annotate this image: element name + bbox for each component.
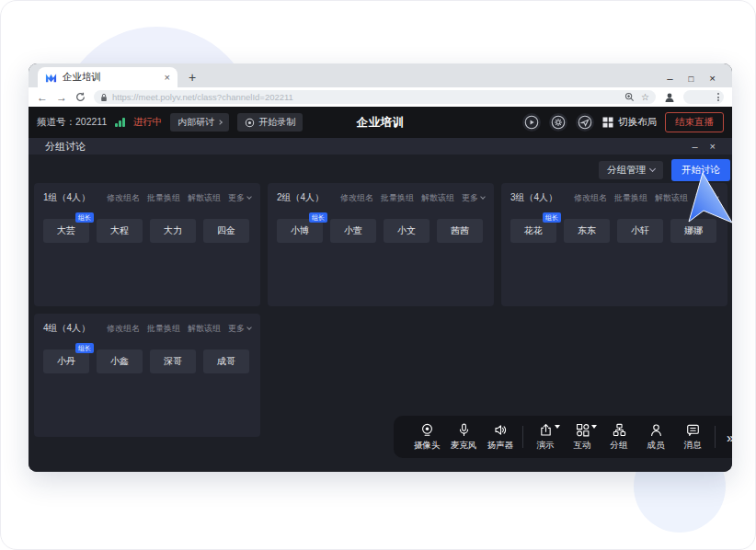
group-action-2[interactable]: 批量换组 (147, 323, 180, 335)
new-tab-button[interactable]: + (189, 70, 196, 87)
toolbar-item-分组[interactable]: 分组 (601, 422, 637, 452)
group-action-1[interactable]: 修改组名 (107, 192, 140, 204)
member-chip[interactable]: 小鑫 (97, 349, 143, 373)
member-chip[interactable]: 四金 (203, 219, 249, 243)
app-title: 企业培训 (357, 115, 405, 131)
group-action-4[interactable]: 更多 (462, 192, 485, 204)
member-chip[interactable]: 大芸组长 (43, 219, 89, 243)
dropdown-caret-icon (555, 425, 560, 429)
group-action-3[interactable]: 解散该组 (188, 192, 221, 204)
toolbar-item-互动[interactable]: 互动 (564, 422, 601, 452)
end-live-button[interactable]: 结束直播 (665, 112, 724, 132)
panel-close-button[interactable]: × (710, 142, 716, 152)
browser-menu-button[interactable] (683, 90, 724, 104)
member-name: 小轩 (631, 224, 649, 237)
group-action-2[interactable]: 批量换组 (614, 192, 647, 204)
toolbar-item-label: 成员 (647, 440, 665, 452)
group-members: 大芸组长大程大力四金 (34, 219, 260, 243)
toolbar-item-麦克风[interactable]: 麦克风 (445, 422, 482, 452)
expand-toolbar-button[interactable]: » (727, 430, 732, 445)
tab-title: 企业培训 (63, 71, 159, 84)
window-close-button[interactable]: × (709, 74, 716, 85)
browser-tab[interactable]: 企业培训 × (38, 67, 178, 87)
window-controls: – □ × (667, 74, 723, 88)
member-name: 小丹 (57, 355, 75, 368)
playback-button[interactable] (522, 113, 541, 132)
leader-badge: 组长 (543, 212, 561, 223)
zoom-icon[interactable] (624, 92, 635, 102)
member-name: 小鑫 (110, 355, 129, 368)
member-chip[interactable]: 成哥 (203, 349, 249, 373)
group-action-3[interactable]: 解散该组 (421, 192, 454, 204)
member-chip[interactable]: 小博组长 (277, 219, 323, 243)
toolbar-item-摄像头[interactable]: 摄像头 (408, 422, 445, 452)
forward-icon[interactable]: → (56, 92, 67, 103)
member-chip[interactable]: 深哥 (150, 349, 196, 373)
window-maximize-button[interactable]: □ (689, 74, 694, 84)
chevron-down-icon (480, 194, 486, 200)
toolbar-item-label: 互动 (574, 440, 591, 452)
group-action-2[interactable]: 批量换组 (147, 192, 180, 204)
panel-minimize-button[interactable]: – (692, 142, 697, 152)
toolbar-item-成员[interactable]: 成员 (637, 422, 674, 452)
group-actions: 修改组名批量换组解散该组更多 (107, 323, 251, 335)
group-action-4[interactable]: 更多 (228, 323, 251, 335)
member-chip[interactable]: 小萱 (330, 219, 376, 243)
member-name: 小萱 (344, 224, 362, 237)
settings-gear-icon[interactable] (549, 113, 567, 132)
address-input[interactable]: https://meet.polyv.net/class?channelId=2… (94, 90, 656, 104)
toolbar-item-消息[interactable]: 消息 (674, 422, 711, 452)
breakout-icon (612, 422, 627, 438)
member-chip[interactable]: 小轩 (617, 219, 663, 243)
layout-grid-icon (602, 117, 613, 128)
group-manage-button[interactable]: 分组管理 (599, 161, 663, 179)
bottom-toolbar: 摄像头麦克风扬声器演示互动分组成员消息 » (394, 416, 732, 458)
bookmark-star-icon[interactable]: ☆ (641, 93, 649, 102)
group-name: 4组（4人） (43, 322, 90, 335)
app-topbar: 频道号：202211 进行中 内部研讨 开始录制 企业培训 (29, 107, 732, 138)
switch-layout-button[interactable]: 切换布局 (602, 116, 657, 129)
toolbar-item-label: 摄像头 (414, 440, 441, 452)
group-action-2[interactable]: 批量换组 (381, 192, 414, 204)
group-name: 3组（4人） (510, 191, 557, 204)
member-name: 成哥 (217, 355, 235, 368)
profile-avatar-icon[interactable] (664, 92, 675, 103)
page-canvas: 企业培训 × + – □ × ← → (0, 0, 756, 550)
group-name: 2组（4人） (277, 191, 324, 204)
group-action-3[interactable]: 解散该组 (188, 323, 221, 335)
member-chip[interactable]: 大力 (150, 219, 196, 243)
member-name: 深哥 (164, 355, 182, 368)
members-icon (648, 422, 664, 438)
window-minimize-button[interactable]: – (667, 74, 672, 85)
group-action-1[interactable]: 修改组名 (107, 323, 140, 335)
reload-icon[interactable] (75, 92, 86, 102)
member-chip[interactable]: 花花组长 (510, 219, 556, 243)
member-chip[interactable]: 小丹组长 (43, 349, 89, 373)
url-text: https://meet.polyv.net/class?channelId=2… (112, 92, 620, 102)
mode-button[interactable]: 内部研讨 (170, 113, 229, 132)
panel-title: 分组讨论 (45, 140, 86, 154)
toolbar-item-扬声器[interactable]: 扬声器 (482, 422, 519, 452)
group-action-4[interactable]: 更多 (228, 192, 251, 204)
group-name: 1组（4人） (43, 191, 90, 204)
back-icon[interactable]: ← (37, 92, 48, 103)
leader-badge: 组长 (75, 212, 94, 223)
tab-close-icon[interactable]: × (165, 72, 170, 83)
toolbar-item-演示[interactable]: 演示 (527, 422, 564, 452)
group-action-1[interactable]: 修改组名 (574, 192, 607, 204)
member-chip[interactable]: 东东 (564, 219, 610, 243)
member-chip[interactable]: 大程 (97, 219, 143, 243)
browser-tabstrip: 企业培训 × + – □ × (29, 63, 732, 87)
record-button[interactable]: 开始录制 (237, 113, 303, 132)
share-plane-icon[interactable] (576, 113, 594, 132)
group-action-3[interactable]: 解散该组 (655, 192, 688, 204)
group-actions: 修改组名批量换组解散该组更多 (107, 192, 251, 204)
member-chip[interactable]: 小文 (384, 219, 430, 243)
toolbar-divider (715, 426, 716, 448)
present-icon (538, 422, 554, 438)
member-chip[interactable]: 茜茜 (437, 219, 483, 243)
kebab-menu-icon (717, 93, 719, 101)
leader-badge: 组长 (309, 212, 327, 223)
panel-header: 分组讨论 – × (29, 138, 732, 155)
group-action-1[interactable]: 修改组名 (340, 192, 373, 204)
